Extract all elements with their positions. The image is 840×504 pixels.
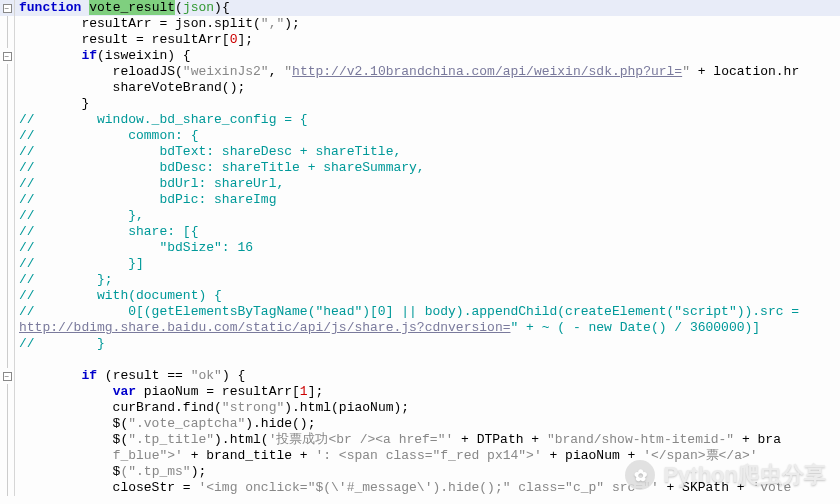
fold-gutter[interactable] [0,16,15,32]
code-line[interactable]: − if(isweixin) { [0,48,840,64]
fold-gutter[interactable] [0,288,15,304]
code-line[interactable]: var piaoNum = resultArr[1]; [0,384,840,400]
fold-gutter[interactable] [0,256,15,272]
fold-gutter[interactable] [0,32,15,48]
code-text[interactable]: // bdUrl: shareUrl, [15,176,840,192]
code-text[interactable]: result = resultArr[0]; [15,32,840,48]
code-line[interactable]: // }, [0,208,840,224]
fold-gutter[interactable] [0,64,15,80]
fold-gutter[interactable] [0,224,15,240]
fold-gutter[interactable] [0,272,15,288]
code-line[interactable]: $(".vote_captcha").hide(); [0,416,840,432]
fold-gutter[interactable] [0,416,15,432]
fold-guide-line [7,96,8,112]
code-line[interactable]: result = resultArr[0]; [0,32,840,48]
code-text[interactable]: // bdText: shareDesc + shareTitle, [15,144,840,160]
code-editor[interactable]: −function vote_result(json){ resultArr =… [0,0,840,496]
fold-gutter[interactable] [0,112,15,128]
fold-collapse-icon[interactable]: − [3,372,12,381]
fold-gutter[interactable] [0,384,15,400]
code-line[interactable]: // with(document) { [0,288,840,304]
code-text[interactable]: $(".vote_captcha").hide(); [15,416,840,432]
code-line[interactable]: // 0[(getElementsByTagName("head")[0] ||… [0,304,840,320]
fold-gutter[interactable] [0,304,15,320]
code-text[interactable]: // }; [15,272,840,288]
code-line[interactable]: // } [0,336,840,352]
code-text[interactable]: // common: { [15,128,840,144]
fold-guide-line [7,192,8,208]
code-text[interactable] [15,352,840,368]
code-text[interactable]: http://bdimg.share.baidu.com/static/api/… [15,320,840,336]
code-line[interactable]: −function vote_result(json){ [0,0,840,16]
code-line[interactable]: // common: { [0,128,840,144]
fold-gutter[interactable] [0,192,15,208]
fold-gutter[interactable] [0,400,15,416]
code-text[interactable]: // bdPic: shareImg [15,192,840,208]
fold-gutter[interactable] [0,128,15,144]
code-line[interactable]: $(".tp_title").html('投票成功<br /><a href="… [0,432,840,448]
fold-guide-line [7,224,8,240]
code-line[interactable]: − if (result == "ok") { [0,368,840,384]
code-text[interactable]: $(".tp_title").html('投票成功<br /><a href="… [15,432,840,448]
fold-gutter[interactable] [0,352,15,368]
fold-guide-line [7,448,8,464]
code-text[interactable]: var piaoNum = resultArr[1]; [15,384,840,400]
fold-gutter[interactable] [0,144,15,160]
code-text[interactable]: // }, [15,208,840,224]
fold-gutter[interactable] [0,208,15,224]
fold-gutter[interactable]: − [0,368,15,384]
code-text[interactable]: // window._bd_share_config = { [15,112,840,128]
fold-guide-line [7,304,8,320]
fold-gutter[interactable]: − [0,0,15,16]
code-line[interactable]: // bdPic: shareImg [0,192,840,208]
code-line[interactable]: // }; [0,272,840,288]
code-text[interactable]: // 0[(getElementsByTagName("head")[0] ||… [15,304,840,320]
code-line[interactable]: // bdText: shareDesc + shareTitle, [0,144,840,160]
code-line[interactable]: reloadJS("weixinJs2", "http://v2.10brand… [0,64,840,80]
code-text[interactable]: // "bdSize": 16 [15,240,840,256]
code-text[interactable]: resultArr = json.split(","); [15,16,840,32]
code-text[interactable]: if(isweixin) { [15,48,840,64]
fold-gutter[interactable] [0,464,15,480]
fold-collapse-icon[interactable]: − [3,4,12,13]
fold-gutter[interactable] [0,240,15,256]
fold-guide-line [7,400,8,416]
code-line[interactable]: } [0,96,840,112]
watermark-text: Python爬虫分享 [663,460,826,490]
code-text[interactable]: shareVoteBrand(); [15,80,840,96]
code-line[interactable]: // window._bd_share_config = { [0,112,840,128]
code-text[interactable]: if (result == "ok") { [15,368,840,384]
code-text[interactable]: // } [15,336,840,352]
fold-gutter[interactable] [0,480,15,496]
code-line[interactable]: curBrand.find("strong").html(piaoNum); [0,400,840,416]
code-line[interactable]: // "bdSize": 16 [0,240,840,256]
fold-guide-line [7,320,8,336]
fold-gutter[interactable]: − [0,48,15,64]
code-line[interactable]: // }] [0,256,840,272]
fold-gutter[interactable] [0,448,15,464]
fold-gutter[interactable] [0,80,15,96]
code-text[interactable]: // with(document) { [15,288,840,304]
code-line[interactable]: // share: [{ [0,224,840,240]
fold-gutter[interactable] [0,320,15,336]
fold-gutter[interactable] [0,432,15,448]
code-line[interactable]: http://bdimg.share.baidu.com/static/api/… [0,320,840,336]
fold-gutter[interactable] [0,96,15,112]
fold-gutter[interactable] [0,176,15,192]
code-line[interactable]: // bdDesc: shareTitle + shareSummary, [0,160,840,176]
code-text[interactable]: reloadJS("weixinJs2", "http://v2.10brand… [15,64,840,80]
code-line[interactable] [0,352,840,368]
code-line[interactable]: shareVoteBrand(); [0,80,840,96]
code-line[interactable]: // bdUrl: shareUrl, [0,176,840,192]
code-text[interactable]: } [15,96,840,112]
fold-gutter[interactable] [0,336,15,352]
fold-gutter[interactable] [0,160,15,176]
code-text[interactable]: // bdDesc: shareTitle + shareSummary, [15,160,840,176]
fold-guide-line [7,288,8,304]
fold-collapse-icon[interactable]: − [3,52,12,61]
code-line[interactable]: resultArr = json.split(","); [0,16,840,32]
code-text[interactable]: curBrand.find("strong").html(piaoNum); [15,400,840,416]
code-text[interactable]: // }] [15,256,840,272]
code-text[interactable]: function vote_result(json){ [15,0,840,16]
code-text[interactable]: // share: [{ [15,224,840,240]
